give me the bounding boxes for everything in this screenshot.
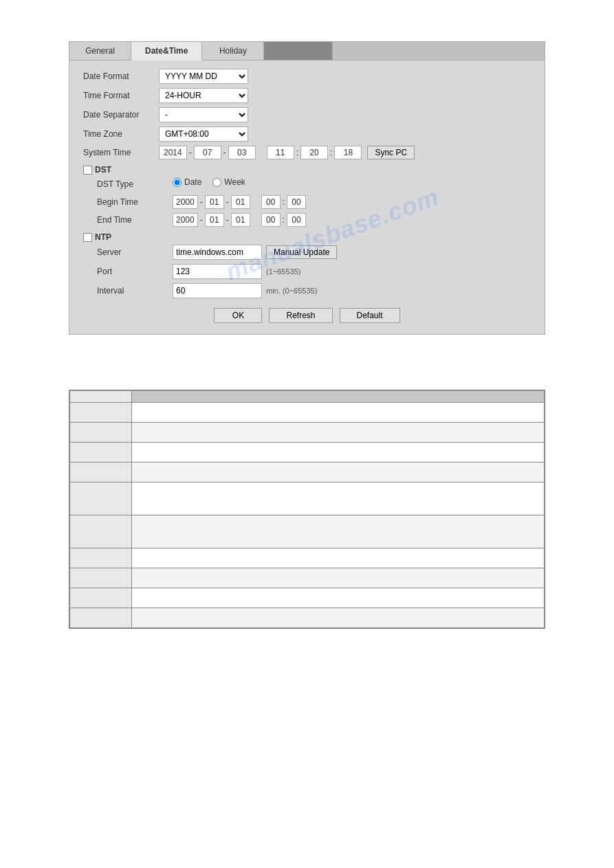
dst-begin-day: 01 [231,195,250,209]
table-cell-right [132,482,545,515]
dst-begin-year: 2000 [173,195,198,209]
time-format-select[interactable]: 24-HOUR [159,88,248,103]
dst-radio-group: Date Week [173,177,245,187]
system-time-year: 2014 [159,146,187,159]
table-cell-right [132,403,545,423]
panel-body: Date Format YYYY MM DD Time Format 24-HO… [69,60,545,334]
table-cell-right [132,463,545,482]
ntp-server-row: Server time.windows.com Manual Update [97,245,531,260]
default-button[interactable]: Default [340,308,400,323]
dst-radio-week-text: Week [224,177,245,187]
dst-radio-week[interactable] [212,178,221,187]
table-cell-right [132,588,545,608]
table-cell-left [70,608,132,628]
table-cell-right [132,568,545,588]
table-row [70,482,545,515]
dst-end-month: 01 [205,213,224,227]
dst-begin-hour: 00 [261,195,281,209]
bottom-buttons: OK Refresh Default [83,308,531,323]
tab-extra[interactable] [264,42,333,60]
table-cell-left [70,568,132,588]
table-row [70,515,545,548]
time-zone-row: Time Zone GMT+08:00 [83,126,531,142]
dst-begin-min: 00 [287,195,306,209]
tab-holiday[interactable]: Holiday [202,42,264,60]
table-row [70,463,545,482]
ntp-server-label: Server [97,247,173,257]
table-cell-left [70,443,132,463]
dst-begin-label: Begin Time [97,197,173,207]
ntp-port-input[interactable] [173,264,262,279]
ntp-server-input[interactable]: time.windows.com [173,245,262,260]
dst-checkbox[interactable] [83,166,92,175]
table-cell-left [70,482,132,515]
time-format-row: Time Format 24-HOUR [83,88,531,103]
system-time-row: System Time 2014 - 07 - 03 11 : 20 : 18 … [83,146,531,159]
ntp-section-header: NTP [83,232,531,242]
tabs-row: General Date&Time Holiday [69,42,545,60]
dst-checkbox-label[interactable]: DST [83,165,111,175]
system-time-sec: 18 [334,146,362,159]
dst-radio-week-label[interactable]: Week [212,177,245,187]
table-cell-left [70,588,132,608]
ntp-checkbox-label[interactable]: NTP [83,232,111,242]
dst-end-label: End Time [97,215,173,225]
ntp-interval-hint: min. (0~65535) [266,287,317,295]
table-cell-left [70,403,132,423]
dst-end-min: 00 [287,213,306,227]
table-header-col2 [132,391,545,403]
time-format-label: Time Format [83,91,159,100]
date-format-label: Date Format [83,71,159,81]
tab-general[interactable]: General [69,42,131,60]
table-cell-right [132,443,545,463]
manual-update-button[interactable]: Manual Update [266,245,337,259]
table-row [70,403,545,423]
table-row [70,608,545,628]
table-cell-left [70,423,132,443]
ntp-interval-input[interactable] [173,283,262,298]
system-time-month: 07 [194,146,221,159]
system-time-label: System Time [83,148,159,157]
dst-begin-row: Begin Time 2000 - 01 - 01 00 : 00 [97,195,531,209]
lower-table-wrapper [69,390,545,629]
table-row [70,568,545,588]
table-row [70,548,545,568]
table-header-col1 [70,391,132,403]
settings-panel: General Date&Time Holiday Date Format YY… [69,41,545,335]
table-cell-right [132,548,545,568]
time-zone-select[interactable]: GMT+08:00 [159,126,248,142]
date-format-row: Date Format YYYY MM DD [83,69,531,84]
dst-end-row: End Time 2000 - 01 - 01 00 : 00 [97,213,531,227]
dst-type-label: DST Type [97,179,173,189]
ok-button[interactable]: OK [214,308,262,323]
ntp-label: NTP [95,232,111,242]
date-format-select[interactable]: YYYY MM DD [159,69,248,84]
ntp-interval-row: Interval min. (0~65535) [97,283,531,298]
system-time-hour: 11 [267,146,294,159]
sync-pc-button[interactable]: Sync PC [367,146,415,159]
ntp-port-label: Port [97,267,173,276]
dst-begin-month: 01 [205,195,224,209]
system-time-day: 03 [228,146,256,159]
dst-radio-date-label[interactable]: Date [173,177,201,187]
table-row [70,588,545,608]
dst-end-day: 01 [231,213,250,227]
dst-end-hour: 00 [261,213,281,227]
ntp-checkbox[interactable] [83,233,92,242]
dst-end-year: 2000 [173,213,198,227]
lower-table [69,390,545,628]
table-cell-left [70,463,132,482]
dst-radio-date[interactable] [173,178,182,187]
table-cell-right [132,608,545,628]
date-separator-label: Date Separator [83,110,159,120]
table-cell-right [132,423,545,443]
date-separator-row: Date Separator - [83,107,531,122]
table-cell-right [132,515,545,548]
date-separator-select[interactable]: - [159,107,248,122]
time-zone-label: Time Zone [83,129,159,139]
refresh-button[interactable]: Refresh [269,308,332,323]
dst-radio-date-text: Date [184,177,201,187]
tab-datetime[interactable]: Date&Time [131,42,202,60]
dst-section-header: DST [83,165,531,175]
table-row [70,443,545,463]
